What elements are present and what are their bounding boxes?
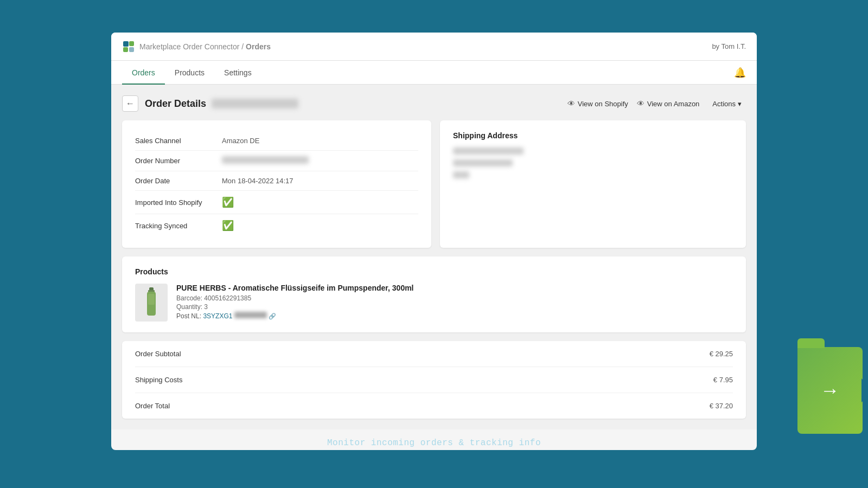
page-content: ← Order Details 👁 View on Shopify 👁 View…	[111, 85, 757, 429]
product-image	[135, 284, 168, 322]
order-number-value	[222, 156, 309, 165]
product-name: PURE HERBS - Aromatische Flüssigseife im…	[176, 284, 733, 292]
sales-channel-label: Sales Channel	[135, 137, 222, 145]
order-number-row: Order Number	[135, 151, 418, 171]
shipping-line-1	[453, 147, 733, 156]
tracking-prefix: Post NL:	[176, 312, 201, 320]
order-info-card: Sales Channel Amazon DE Order Number Ord…	[122, 120, 431, 248]
shipping-costs-row: Shipping Costs € 7.95	[135, 367, 733, 393]
notification-bell-icon[interactable]: 🔔	[734, 67, 746, 84]
order-header: ← Order Details 👁 View on Shopify 👁 View…	[122, 95, 746, 112]
app-name-text: Marketplace Order Connector	[139, 42, 239, 51]
back-button[interactable]: ←	[122, 95, 138, 112]
order-id-blurred	[212, 99, 298, 108]
tracking-synced-row: Tracking Synced ✅	[135, 214, 418, 237]
order-total-value: € 37.20	[710, 402, 733, 410]
eye-shopify-icon: 👁	[567, 99, 575, 108]
products-section-title: Products	[135, 267, 733, 276]
imported-shopify-label: Imported Into Shopify	[135, 198, 222, 207]
shipping-line-2	[453, 159, 733, 168]
actions-dropdown-button[interactable]: Actions ▾	[708, 98, 746, 110]
svg-rect-7	[148, 294, 155, 305]
order-date-row: Order Date Mon 18-04-2022 14:17	[135, 171, 418, 191]
app-title: Marketplace Order Connector / Orders	[139, 42, 271, 51]
shipping-address-card: Shipping Address	[440, 120, 746, 248]
app-logo-icon	[122, 40, 135, 53]
shipping-line-3	[453, 171, 733, 180]
folder-icon: →	[797, 347, 863, 434]
chevron-down-icon: ▾	[738, 100, 742, 108]
subtotal-label: Order Subtotal	[135, 350, 181, 358]
app-by-text: by Tom I.T.	[712, 42, 746, 50]
bottle-icon	[144, 287, 159, 318]
svg-rect-1	[129, 41, 134, 46]
imported-shopify-row: Imported Into Shopify ✅	[135, 191, 418, 214]
order-header-right: 👁 View on Shopify 👁 View on Amazon Actio…	[567, 98, 746, 110]
order-total-row: Order Total € 37.20	[135, 393, 733, 419]
order-number-blurred	[222, 156, 309, 164]
tab-orders[interactable]: Orders	[122, 62, 165, 85]
separator: /	[241, 42, 246, 51]
info-cards-row: Sales Channel Amazon DE Order Number Ord…	[122, 120, 746, 248]
right-graphic: →	[797, 347, 868, 445]
tracking-id-blurred	[234, 312, 267, 318]
shipping-country-blurred	[453, 171, 469, 178]
app-header-left: Marketplace Order Connector / Orders	[122, 40, 271, 53]
order-date-label: Order Date	[135, 177, 222, 185]
external-link-icon: 🔗	[269, 313, 276, 319]
product-info: PURE HERBS - Aromatische Flüssigseife im…	[176, 284, 733, 320]
product-tracking: Post NL: 3SYZXG1 🔗	[176, 312, 733, 320]
svg-rect-3	[129, 47, 134, 52]
nav-tabs: Orders Products Settings 🔔	[111, 61, 757, 85]
sales-channel-value: Amazon DE	[222, 137, 259, 145]
eye-amazon-icon: 👁	[637, 99, 644, 108]
order-title: Order Details	[145, 98, 298, 110]
shipping-address-blurred	[453, 159, 513, 166]
folder-arrow-icon: →	[820, 379, 840, 402]
bottom-tagline: Monitor incoming orders & tracking info	[111, 429, 757, 450]
order-header-left: ← Order Details	[122, 95, 298, 112]
app-container: Marketplace Order Connector / Orders by …	[111, 33, 757, 450]
tracking-link-anchor[interactable]: 3SYZXG1	[203, 312, 232, 320]
sales-channel-row: Sales Channel Amazon DE	[135, 131, 418, 151]
shipping-costs-value: € 7.95	[713, 376, 733, 384]
arrow-triangle-icon	[861, 378, 868, 402]
subtotal-row: Order Subtotal € 29.25	[135, 341, 733, 367]
product-quantity: Quantity: 3	[176, 303, 733, 311]
shipping-address-title: Shipping Address	[453, 131, 733, 140]
product-row: PURE HERBS - Aromatische Flüssigseife im…	[135, 284, 733, 322]
products-card: Products PURE HERBS - Aromatische Flüssi…	[122, 256, 746, 332]
totals-card: Order Subtotal € 29.25 Shipping Costs € …	[122, 341, 746, 419]
view-on-amazon-button[interactable]: 👁 View on Amazon	[637, 99, 700, 108]
shipping-costs-label: Shipping Costs	[135, 376, 182, 384]
app-header: Marketplace Order Connector / Orders by …	[111, 33, 757, 61]
order-date-value: Mon 18-04-2022 14:17	[222, 177, 293, 185]
order-number-label: Order Number	[135, 157, 222, 165]
imported-shopify-checkmark-icon: ✅	[222, 196, 234, 208]
shipping-name-blurred	[453, 147, 524, 155]
tracking-synced-label: Tracking Synced	[135, 222, 222, 230]
tab-settings[interactable]: Settings	[214, 62, 261, 85]
tab-products[interactable]: Products	[165, 62, 214, 85]
product-barcode: Barcode: 4005162291385	[176, 294, 733, 302]
order-total-label: Order Total	[135, 402, 170, 410]
nav-tabs-left: Orders Products Settings	[122, 62, 261, 84]
tracking-synced-checkmark-icon: ✅	[222, 220, 234, 232]
subtotal-value: € 29.25	[710, 350, 733, 358]
section-label: Orders	[246, 42, 271, 51]
svg-rect-0	[123, 41, 129, 47]
svg-rect-2	[123, 47, 128, 52]
view-on-shopify-button[interactable]: 👁 View on Shopify	[567, 99, 628, 108]
